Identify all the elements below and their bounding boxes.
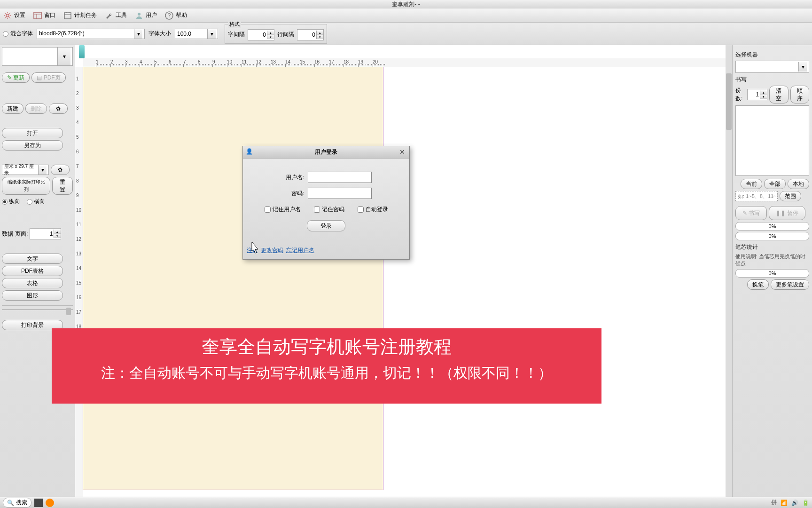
more-pen-button[interactable]: 更多笔设置 xyxy=(771,279,809,290)
left-panel: ▾ ✎ 更新 ▤ PDF页 新建 删除 ✿ 打开 另存为 厘米 x 29.7 厘… xyxy=(0,45,75,508)
taskbar-app-icon[interactable] xyxy=(34,499,43,507)
table-button[interactable]: 表格 xyxy=(2,278,63,288)
scale-button[interactable]: 缩纸张实际打印比列 xyxy=(2,177,50,195)
new-button[interactable]: 新建 xyxy=(2,103,23,114)
menu-settings[interactable]: 设置 xyxy=(2,11,26,20)
copies-input[interactable] xyxy=(748,89,760,100)
line-space-spinner[interactable]: ▴▾ xyxy=(297,29,324,40)
svg-point-0 xyxy=(6,14,9,17)
save-as-button[interactable]: 另存为 xyxy=(2,140,63,151)
canvas[interactable]: /*populated below*/ 12345678910111213141… xyxy=(75,45,732,508)
scrollbar-vertical[interactable] xyxy=(726,45,732,508)
banner-subtitle: 注：全自动账号不可与手动写字机账号通用，切记！！（权限不同！！） xyxy=(56,364,597,383)
spin-up-icon[interactable]: ▴ xyxy=(760,90,767,95)
open-button[interactable]: 打开 xyxy=(2,128,63,138)
progress-1: 0% xyxy=(735,222,809,230)
menu-label: 工具 xyxy=(116,11,127,19)
landscape-radio[interactable]: 横向 xyxy=(27,198,45,206)
remember-user-checkbox[interactable]: 记住用户名 xyxy=(265,206,301,214)
auto-login-checkbox[interactable]: 自动登录 xyxy=(358,206,388,214)
login-button[interactable]: 登录 xyxy=(307,220,345,231)
char-space-spinner[interactable]: ▴▾ xyxy=(248,29,274,40)
mix-font-radio[interactable]: 混合字体 xyxy=(3,30,33,38)
page-spinner[interactable]: ▴▾ xyxy=(30,228,61,239)
username-input[interactable] xyxy=(308,172,372,183)
char-space-label: 字间隔 xyxy=(228,31,245,39)
paper-settings-button[interactable]: ✿ xyxy=(51,165,70,175)
scrollbar-thumb[interactable] xyxy=(726,73,732,130)
chevron-down-icon: ▾ xyxy=(207,29,216,39)
spin-down-icon[interactable]: ▾ xyxy=(317,35,323,39)
data-label: 数据 xyxy=(2,230,13,238)
pdf-page-button[interactable]: ▤ PDF页 xyxy=(31,72,65,83)
slider-thumb[interactable] xyxy=(66,308,71,315)
spin-up-icon[interactable]: ▴ xyxy=(54,230,61,234)
menu-user[interactable]: 用户 xyxy=(133,11,158,20)
pause-button[interactable]: ❚❚ 暂停 xyxy=(769,206,805,220)
wifi-icon[interactable]: 📶 xyxy=(781,500,788,506)
char-space-input[interactable] xyxy=(248,30,267,40)
order-button[interactable]: 顺序 xyxy=(790,86,809,103)
taskbar-app-icon[interactable] xyxy=(46,499,54,507)
paper-area[interactable] xyxy=(83,67,383,490)
change-pen-button[interactable]: 换笔 xyxy=(747,279,769,290)
range-input[interactable] xyxy=(735,191,778,201)
portrait-radio[interactable]: 纵向 xyxy=(2,198,20,206)
spin-down-icon[interactable]: ▾ xyxy=(267,35,274,39)
change-password-link[interactable]: 更改密码 xyxy=(261,246,283,254)
spin-down-icon[interactable]: ▾ xyxy=(54,234,61,238)
wrench-icon xyxy=(104,11,114,20)
volume-icon[interactable]: 🔊 xyxy=(791,500,798,506)
menu-window[interactable]: 窗口 xyxy=(32,11,56,20)
menu-tasks[interactable]: 计划任务 xyxy=(62,11,98,20)
search-icon: 🔍 xyxy=(7,500,14,506)
font-combo[interactable]: blood8-2(6,728个) ▾ xyxy=(37,29,145,39)
update-button[interactable]: ✎ 更新 xyxy=(2,72,30,83)
login-dialog: 👤 用户登录 ✕ 用户名: 密码: 记住用户名 记住密码 自动登录 登录 注册 … xyxy=(242,146,410,260)
remember-pwd-checkbox[interactable]: 记住密码 xyxy=(314,206,344,214)
all-button[interactable]: 全部 xyxy=(764,179,786,189)
menu-help[interactable]: ? 帮助 xyxy=(164,11,188,20)
taskbar-search[interactable]: 🔍 搜索 xyxy=(3,498,31,508)
dialog-titlebar[interactable]: 👤 用户登录 ✕ xyxy=(243,146,409,159)
font-size-combo[interactable]: 100.0 ▾ xyxy=(175,29,218,39)
job-list[interactable] xyxy=(735,105,809,176)
forgot-username-link[interactable]: 忘记用户名 xyxy=(286,246,314,254)
paper-size-combo[interactable]: 厘米 x 29.7 厘米 ▾ xyxy=(2,165,49,175)
spin-up-icon[interactable]: ▴ xyxy=(317,31,323,35)
current-button[interactable]: 当前 xyxy=(741,179,762,189)
menu-label: 计划任务 xyxy=(74,11,97,19)
font-toolbar: 混合字体 blood8-2(6,728个) ▾ 字体大小 100.0 ▾ 格式 … xyxy=(0,23,812,45)
settings-button[interactable]: ✿ xyxy=(49,103,68,114)
pdf-table-button[interactable]: PDF表格 xyxy=(2,266,63,276)
reset-button[interactable]: 重置 xyxy=(52,177,73,195)
range-button[interactable]: 范围 xyxy=(780,191,801,201)
spin-up-icon[interactable]: ▴ xyxy=(267,31,274,35)
radio-icon xyxy=(3,31,8,37)
spin-down-icon[interactable]: ▾ xyxy=(760,95,767,99)
password-input[interactable] xyxy=(308,188,372,199)
page-input[interactable] xyxy=(30,229,54,239)
battery-icon[interactable]: 🔋 xyxy=(802,500,809,506)
write-button[interactable]: ✎ 书写 xyxy=(735,206,767,220)
menubar: 设置 窗口 计划任务 工具 用户 ? 帮助 xyxy=(0,8,812,23)
clear-button[interactable]: 清空 xyxy=(769,86,788,103)
window-icon xyxy=(33,11,42,20)
text-button[interactable]: 文字 xyxy=(2,254,63,264)
help-icon: ? xyxy=(164,11,174,20)
line-space-input[interactable] xyxy=(297,30,316,40)
menu-tools[interactable]: 工具 xyxy=(103,11,128,20)
ime-indicator[interactable]: 拼 xyxy=(771,499,777,507)
register-link[interactable]: 注册 xyxy=(247,246,258,254)
pen-icon xyxy=(79,45,85,58)
menu-label: 窗口 xyxy=(44,11,55,19)
shape-button[interactable]: 图形 xyxy=(2,290,63,301)
machine-combo[interactable]: ▾ xyxy=(735,61,809,73)
delete-button[interactable]: 删除 xyxy=(25,103,47,114)
usage-note: 使用说明: 当笔芯用完换笔的时候点 xyxy=(735,253,809,267)
copies-spinner[interactable]: ▴▾ xyxy=(747,89,767,100)
close-icon[interactable]: ✕ xyxy=(398,148,406,156)
left-top-combo[interactable]: ▾ xyxy=(2,47,73,66)
svg-text:?: ? xyxy=(168,12,171,19)
local-button[interactable]: 本地 xyxy=(788,179,809,189)
